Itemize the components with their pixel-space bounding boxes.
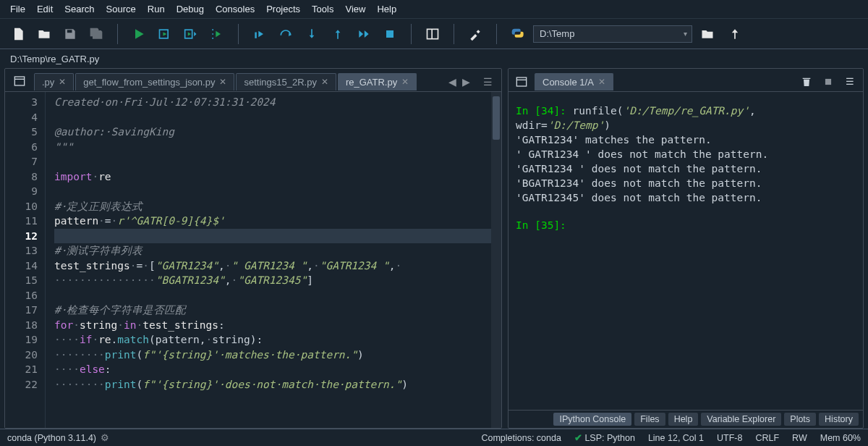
- close-icon[interactable]: ✕: [598, 77, 605, 87]
- delete-icon[interactable]: [798, 74, 815, 90]
- code-line[interactable]: pattern·=·r'^GATR[0-9]{4}$': [54, 214, 501, 229]
- tab-next-icon[interactable]: ▶: [462, 76, 470, 88]
- console-pane: Console 1/A✕ ☰ In [34]: runfile('D:/Temp…: [508, 68, 864, 429]
- code-editor[interactable]: 345678910111213141516171819202122 Create…: [5, 92, 501, 428]
- console-options-icon[interactable]: ☰: [841, 74, 859, 90]
- code-line[interactable]: [54, 288, 501, 303]
- step-out-button[interactable]: [326, 23, 350, 45]
- editor-tab[interactable]: get_flow_from_settings_json.py✕: [75, 73, 234, 91]
- tab-label: re_GATR.py: [346, 77, 397, 88]
- code-line[interactable]: test_strings·=·["GATR1234",·" GATR1234 "…: [54, 258, 501, 274]
- code-line[interactable]: [54, 110, 501, 125]
- tab-menu-icon[interactable]: ☰: [483, 76, 493, 88]
- status-encoding: UTF-8: [717, 433, 742, 443]
- code-line[interactable]: #·定义正则表达式: [54, 199, 501, 214]
- menu-run[interactable]: Run: [142, 2, 171, 16]
- pane-tabs: IPython ConsoleFilesHelpVariable Explore…: [509, 410, 863, 428]
- console-tab[interactable]: Console 1/A✕: [535, 73, 613, 91]
- svg-rect-3: [386, 30, 393, 38]
- close-icon[interactable]: ✕: [321, 77, 328, 87]
- layout-button[interactable]: [420, 23, 445, 45]
- code-line[interactable]: import·re: [54, 169, 501, 185]
- console-output[interactable]: In [34]: runfile('D:/Temp/re_GATR.py',wd…: [509, 92, 863, 410]
- new-file-button[interactable]: [6, 23, 30, 45]
- save-button[interactable]: [58, 23, 82, 45]
- parent-dir-button[interactable]: [723, 23, 747, 45]
- tab-label: settings15_2R.py: [244, 77, 316, 88]
- menu-edit[interactable]: Edit: [31, 2, 59, 16]
- browse-dir-button[interactable]: [695, 23, 720, 45]
- menu-view[interactable]: View: [339, 2, 371, 16]
- close-icon[interactable]: ✕: [401, 77, 409, 87]
- editor-tab[interactable]: settings15_2R.py✕: [236, 73, 336, 91]
- main-toolbar: D:\Temp: [0, 19, 868, 49]
- line-number-gutter: 345678910111213141516171819202122: [5, 92, 46, 428]
- stop-button[interactable]: [378, 23, 402, 45]
- tab-label: get_flow_from_settings_json.py: [83, 77, 215, 88]
- code-line[interactable]: Created·on·Fri·Jul·12·07:31:31·2024: [54, 95, 501, 110]
- save-all-button[interactable]: [84, 23, 109, 45]
- code-line[interactable]: for·string·in·test_strings:: [54, 318, 501, 333]
- code-line[interactable]: ····else:: [54, 362, 501, 377]
- lsp-check-icon: ✔: [574, 433, 582, 443]
- menubar: FileEditSearchSourceRunDebugConsolesProj…: [0, 0, 868, 19]
- python-path-button[interactable]: [506, 23, 530, 45]
- menu-consoles[interactable]: Consoles: [210, 2, 260, 16]
- close-icon[interactable]: ✕: [59, 77, 66, 87]
- menu-file[interactable]: File: [4, 2, 31, 16]
- editor-scrollbar[interactable]: [491, 92, 501, 428]
- code-line[interactable]: """: [54, 140, 501, 155]
- code-line[interactable]: [54, 154, 501, 169]
- code-line[interactable]: @author:·SavingKing: [54, 125, 501, 140]
- pane-tab-files[interactable]: Files: [634, 413, 665, 426]
- menu-tools[interactable]: Tools: [306, 2, 339, 16]
- statusbar: conda (Python 3.11.4) ⚙ Completions: con…: [0, 429, 868, 446]
- tab-prev-icon[interactable]: ◀: [448, 76, 456, 88]
- pane-tab-help[interactable]: Help: [668, 413, 699, 426]
- code-line[interactable]: ····if·re.match(pattern,·string):: [54, 332, 501, 348]
- code-line[interactable]: ················"BGATR1234",·"GATR12345"…: [54, 273, 501, 288]
- menu-debug[interactable]: Debug: [171, 2, 210, 16]
- run-cell-advance-button[interactable]: [179, 23, 203, 45]
- editor-tabrow: .py✕get_flow_from_settings_json.py✕setti…: [5, 69, 501, 92]
- status-lsp[interactable]: LSP: Python: [584, 433, 635, 443]
- continue-button[interactable]: [352, 23, 376, 45]
- console-pane-menu-icon[interactable]: [513, 74, 530, 90]
- svg-rect-10: [825, 78, 831, 84]
- svg-rect-2: [255, 32, 257, 38]
- close-icon[interactable]: ✕: [219, 77, 226, 87]
- pane-tab-ipython-console[interactable]: IPython Console: [553, 413, 631, 426]
- interrupt-icon[interactable]: [820, 74, 837, 90]
- code-line[interactable]: [54, 229, 501, 244]
- run-cell-button[interactable]: [153, 23, 177, 45]
- editor-tab[interactable]: .py✕: [34, 73, 74, 91]
- pane-tab-plots[interactable]: Plots: [784, 413, 816, 426]
- pane-menu-icon[interactable]: [11, 73, 28, 89]
- run-selection-button[interactable]: [205, 23, 229, 45]
- menu-projects[interactable]: Projects: [260, 2, 306, 16]
- code-line[interactable]: #·检查每个字符串是否匹配: [54, 303, 501, 318]
- status-rw: RW: [792, 433, 807, 443]
- code-line[interactable]: ········print(f"'{string}'·matches·the·p…: [54, 348, 501, 363]
- menu-help[interactable]: Help: [371, 2, 402, 16]
- menu-search[interactable]: Search: [59, 2, 100, 16]
- env-settings-icon[interactable]: ⚙: [101, 432, 109, 443]
- open-folder-button[interactable]: [32, 23, 56, 45]
- svg-rect-6: [14, 77, 24, 85]
- debug-button[interactable]: [247, 23, 272, 45]
- preferences-button[interactable]: [463, 23, 488, 45]
- status-eol: CRLF: [755, 433, 779, 443]
- step-over-button[interactable]: [273, 23, 298, 45]
- editor-tab[interactable]: re_GATR.py✕: [338, 73, 417, 91]
- code-line[interactable]: [54, 184, 501, 199]
- pane-tab-variable-explorer[interactable]: Variable Explorer: [701, 413, 781, 426]
- step-into-button[interactable]: [299, 23, 324, 45]
- code-line[interactable]: #·测试字符串列表: [54, 243, 501, 258]
- code-line[interactable]: ········print(f"'{string}'·does·not·matc…: [54, 377, 501, 392]
- status-completions[interactable]: Completions: conda: [481, 433, 561, 443]
- menu-source[interactable]: Source: [101, 2, 142, 16]
- working-dir-select[interactable]: D:\Temp: [533, 25, 692, 43]
- pane-tab-history[interactable]: History: [819, 413, 859, 426]
- run-button[interactable]: [127, 23, 151, 45]
- status-env[interactable]: conda (Python 3.11.4): [7, 433, 96, 443]
